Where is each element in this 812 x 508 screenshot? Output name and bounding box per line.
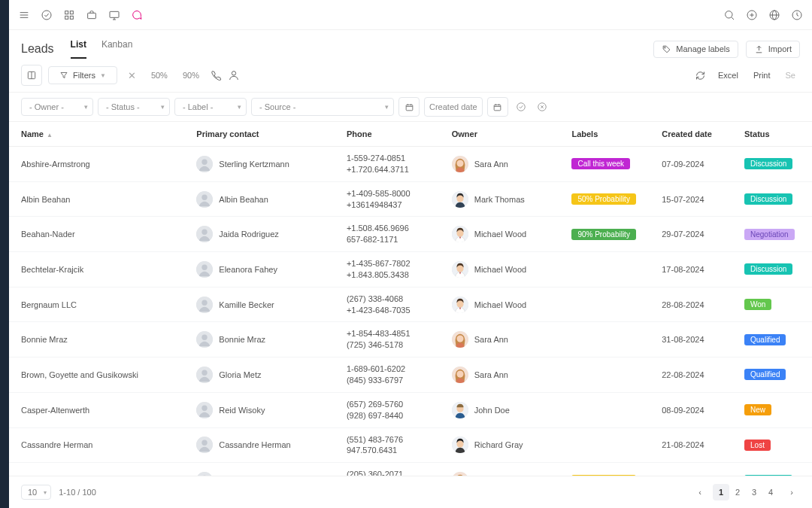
clear-filters-button[interactable]: ✕ [128,70,136,81]
phone-2: 947.570.6431 [347,445,437,456]
page-number-button[interactable]: 2 [729,484,746,500]
cell-name: Brown, Goyette and Gusikowski [9,357,189,393]
filters-button[interactable]: Filters ▼ [48,66,117,84]
cell-date: 04-09-2024 [654,463,737,476]
page-number-button[interactable]: 1 [713,484,729,500]
table-row[interactable]: Cassin and Sons Webster Nicolas (205) 36… [9,463,812,476]
cell-date: 29-07-2024 [654,217,737,252]
cell-contact: Bonnie Mraz [189,322,339,357]
settings-short-button[interactable]: Se [781,68,800,83]
col-labels[interactable]: Labels [564,122,654,147]
owner-avatar [452,402,468,418]
page-size-select[interactable]: 10 ▾ [21,485,51,500]
status-pill: Discussion [744,193,792,205]
collapsed-sidebar[interactable] [0,0,9,508]
check-circle-icon[interactable] [41,9,53,21]
table-row[interactable]: Cassandre Herman Cassandre Herman (551) … [9,427,812,463]
table-wrap[interactable]: Name Primary contact Phone Owner Labels … [9,122,812,476]
add-circle-icon[interactable] [746,9,758,21]
phone-2: (725) 346-5178 [347,339,437,351]
svg-point-64 [456,370,463,377]
phone-2: (845) 933-6797 [347,375,437,386]
tab-list[interactable]: List [71,39,86,59]
cell-status: Lost [737,427,812,463]
manage-labels-button[interactable]: Manage labels [653,41,738,58]
phone-icon[interactable] [210,69,222,81]
col-status[interactable]: Status [737,122,812,147]
svg-point-46 [202,230,208,235]
cell-contact: Gloria Metz [189,357,339,393]
table-row[interactable]: Abshire-Armstrong Sterling Kertzmann 1-5… [9,147,812,182]
owner-name: Sara Ann [474,370,508,379]
owner-avatar [452,191,468,208]
tab-kanban[interactable]: Kanban [102,39,132,59]
clock-icon[interactable] [791,9,803,21]
cell-owner: Michael Wood [444,217,565,252]
date-from-button[interactable] [398,97,420,117]
table-row[interactable]: Bergnaum LLC Kamille Becker (267) 338-40… [9,287,812,322]
table-row[interactable]: Casper-Altenwerth Reid Wisoky (657) 269-… [9,392,812,427]
person-icon[interactable] [228,69,240,81]
table-row[interactable]: Bonnie Mraz Bonnie Mraz +1-854-483-4851 … [9,322,812,357]
contact-avatar [196,402,213,418]
monitor-icon[interactable] [108,9,120,21]
cell-label [564,287,654,322]
status-select[interactable]: - Status -▾ [98,98,170,116]
chevron-down-icon: ▼ [100,72,106,79]
col-phone[interactable]: Phone [339,122,444,147]
svg-rect-6 [65,16,68,19]
col-owner[interactable]: Owner [444,122,565,147]
columns-toggle-button[interactable] [21,65,42,86]
chevron-down-icon: ▾ [385,103,389,111]
prev-page-button[interactable]: ‹ [692,484,708,500]
app-root: Leads List Kanban Manage labels Import [0,0,812,508]
cell-status: Discussion [737,147,812,182]
menu-icon[interactable] [18,9,30,21]
cell-contact: Webster Nicolas [189,463,339,476]
page-number-button[interactable]: 4 [762,484,779,500]
source-select[interactable]: - Source -▾ [251,98,394,116]
table-row[interactable]: Beahan-Nader Jaida Rodriguez +1.508.456.… [9,217,812,252]
table-row[interactable]: Albin Beahan Albin Beahan +1-409-585-800… [9,181,812,217]
cell-label: Call this week [564,147,654,182]
page-title: Leads [21,42,54,56]
contact-name: Cassandre Herman [219,440,290,449]
chevron-down-icon: ▾ [44,489,47,496]
next-page-button[interactable]: › [783,484,800,500]
import-button[interactable]: Import [746,41,800,58]
contact-avatar [196,297,213,313]
created-date-filter[interactable]: Created date [424,97,483,117]
grid-icon[interactable] [63,9,75,21]
svg-rect-8 [88,13,96,18]
chat-bubble-icon[interactable] [131,9,143,21]
refresh-button[interactable] [692,68,707,83]
briefcase-icon[interactable] [86,9,98,21]
table-row[interactable]: Brown, Goyette and Gusikowski Gloria Met… [9,357,812,393]
date-to-button[interactable] [487,97,508,117]
globe-icon[interactable] [768,9,780,21]
filter-chip-50pct[interactable]: 50% [151,71,168,80]
search-icon[interactable] [723,9,735,21]
col-date[interactable]: Created date [654,122,737,147]
label-select[interactable]: - Label -▾ [174,98,247,116]
cell-contact: Albin Beahan [189,181,339,217]
cell-name: Bechtelar-Krajcik [9,252,189,287]
col-name[interactable]: Name [9,122,189,147]
filter-chip-90pct[interactable]: 90% [183,71,199,80]
export-print-button[interactable]: Print [749,68,775,83]
svg-point-24 [232,71,235,75]
col-contact[interactable]: Primary contact [189,122,339,147]
cell-phone: +1.508.456.9696 657-682-1171 [339,217,444,252]
clear-filter-button[interactable] [534,99,550,115]
table-row[interactable]: Bechtelar-Krajcik Eleanora Fahey +1-435-… [9,252,812,287]
owner-select[interactable]: - Owner -▾ [21,98,93,116]
svg-point-66 [202,405,208,410]
owner-name: John Doe [474,406,510,415]
page-number-button[interactable]: 3 [746,484,762,500]
contact-avatar [196,156,213,172]
status-pill: Lost [744,440,771,451]
manage-labels-label: Manage labels [676,44,730,53]
funnel-icon [59,71,68,80]
apply-filter-button[interactable] [513,99,529,115]
export-excel-button[interactable]: Excel [714,68,743,83]
